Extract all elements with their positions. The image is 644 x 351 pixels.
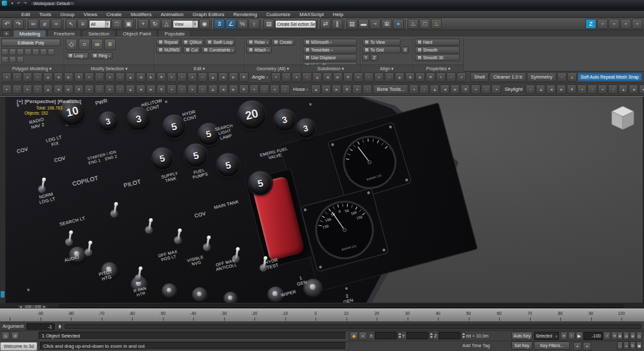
- row1-tool-icon[interactable]: ◂: [405, 72, 415, 82]
- ring-selection-icon[interactable]: ≡: [104, 39, 116, 50]
- row1-button-shell[interactable]: Shell: [470, 72, 489, 82]
- row2-tool-icon[interactable]: •: [105, 84, 115, 94]
- zoom-extents-icon[interactable]: ⊞: [630, 332, 636, 340]
- border-icon[interactable]: [17, 48, 24, 55]
- menu-group[interactable]: Group: [55, 11, 79, 18]
- row2-tool-icon[interactable]: ▾: [156, 84, 166, 94]
- row1-tool-icon[interactable]: ▸: [229, 72, 238, 82]
- row1-tool-icon[interactable]: ▴: [395, 72, 404, 82]
- row2-label-skylight[interactable]: Skylight: [502, 86, 525, 92]
- row2-tool-icon[interactable]: ▫: [198, 84, 207, 94]
- timeline-tick[interactable]: [71, 318, 71, 321]
- edge-icon[interactable]: [48, 48, 55, 55]
- tab-populate[interactable]: Populate: [158, 30, 191, 37]
- ribbon-button-to-grid[interactable]: To Grid: [362, 46, 401, 53]
- grow-selection-icon[interactable]: ◇: [66, 39, 77, 50]
- schematic-view-icon[interactable]: ⊞: [381, 19, 392, 29]
- row2-tool-icon[interactable]: ◦: [587, 84, 597, 94]
- element-icon[interactable]: [32, 48, 39, 55]
- row2-label-hose[interactable]: Hose▾: [290, 86, 310, 92]
- row2-tool-icon[interactable]: ◂: [321, 84, 331, 94]
- row2-tool-icon[interactable]: ◦: [95, 84, 104, 94]
- row1-tool-icon[interactable]: ▫: [33, 72, 43, 82]
- auto-key-button[interactable]: Auto Key: [511, 332, 533, 340]
- row2-tool-icon[interactable]: ▫: [608, 84, 618, 94]
- row2-tool-icon[interactable]: ▾: [342, 84, 352, 94]
- ribbon-button-hard[interactable]: Hard: [415, 39, 460, 46]
- timeline-tick[interactable]: [560, 318, 561, 321]
- row2-tool-icon[interactable]: ◦: [12, 84, 22, 94]
- mini-curve-editor-icon[interactable]: [1, 291, 5, 298]
- tab-object-paint[interactable]: Object Paint: [117, 30, 158, 37]
- polygon-icon[interactable]: [9, 56, 16, 63]
- row2-tool-icon[interactable]: •: [598, 84, 607, 94]
- material-editor-icon[interactable]: ●: [393, 19, 404, 29]
- argument-track[interactable]: [64, 324, 641, 329]
- ribbon-button-swift-loop[interactable]: Swift Loop: [205, 39, 235, 46]
- timeline-tick[interactable]: [316, 318, 316, 321]
- tab-selection[interactable]: Selection: [82, 30, 116, 37]
- use-center-icon[interactable]: ◉: [199, 19, 210, 29]
- row1-tool-icon[interactable]: ▪: [354, 72, 363, 82]
- ribbon-button-to-view[interactable]: To View: [362, 39, 401, 46]
- select-by-name-icon[interactable]: ≡: [77, 19, 88, 29]
- row2-tool-icon[interactable]: ▸: [450, 84, 460, 94]
- row1-button-cleaner-1-0-b[interactable]: Cleaner 1.0 b: [489, 72, 526, 82]
- orbit-icon[interactable]: ↻: [630, 341, 636, 350]
- ribbon-button-msmooth[interactable]: MSmooth▾: [303, 39, 357, 46]
- menu-rendering[interactable]: Rendering: [229, 11, 261, 18]
- ribbon-button-qslice[interactable]: QSlice: [181, 39, 204, 46]
- row2-tool-icon[interactable]: •: [187, 84, 197, 94]
- row2-tool-icon[interactable]: ▸: [229, 84, 238, 94]
- quick-redo-icon[interactable]: ↷: [22, 1, 28, 6]
- row1-tool-icon[interactable]: ▾: [426, 72, 435, 82]
- render-production-icon[interactable]: ♨: [431, 19, 442, 29]
- row2-tool-icon[interactable]: ◂: [218, 84, 228, 94]
- undo-icon[interactable]: ↶: [1, 19, 12, 29]
- row1-tool-icon[interactable]: ▪: [2, 72, 12, 82]
- row1-tool-icon[interactable]: ▸: [64, 72, 73, 82]
- row1-tool-icon[interactable]: ◦: [95, 72, 104, 82]
- timeline-tick[interactable]: [193, 318, 194, 321]
- menu-maxscript[interactable]: MAXScript: [295, 11, 328, 18]
- mute-animation-icon[interactable]: ▪: [573, 342, 582, 350]
- row2-tool-icon[interactable]: ▾: [460, 84, 470, 94]
- fov-icon[interactable]: ◇: [617, 341, 623, 350]
- row1-tool-icon[interactable]: ▾: [239, 72, 249, 82]
- menu-graph-editors[interactable]: Graph Editors: [188, 11, 229, 18]
- zoom-icon[interactable]: ⊕: [617, 332, 623, 340]
- row1-tool-icon[interactable]: ▾: [156, 72, 166, 82]
- row1-tool-icon[interactable]: ▴: [312, 72, 322, 82]
- timeline-tick[interactable]: [163, 318, 164, 321]
- ribbon-button-repeat[interactable]: Repeat: [156, 39, 180, 46]
- tab-freeform[interactable]: Freeform: [47, 30, 80, 37]
- bind-spacewarp-icon[interactable]: ≈: [51, 19, 62, 29]
- quick-undo-icon[interactable]: ↶: [15, 1, 22, 6]
- timeline-tick[interactable]: [10, 318, 10, 321]
- timeline-ruler[interactable]: -90-80-70-60-50-40-30-20-100102030405060…: [0, 308, 644, 322]
- coordinate-spinner[interactable]: [461, 332, 466, 339]
- selection-filter-lock-icon[interactable]: ◎: [1, 332, 10, 340]
- row2-tool-icon[interactable]: ▫: [526, 84, 535, 94]
- row1-tool-icon[interactable]: ▫: [302, 72, 312, 82]
- row2-tool-icon[interactable]: ▴: [618, 84, 628, 94]
- rendered-frame-window-icon[interactable]: □: [419, 19, 430, 29]
- window-crossing-icon[interactable]: ▣: [123, 19, 134, 29]
- row2-tool-icon[interactable]: ◂: [546, 84, 556, 94]
- snap-toggle-3d-icon[interactable]: 3: [214, 19, 225, 29]
- ribbon-button-create[interactable]: Create: [271, 39, 295, 46]
- align-icon[interactable]: ∥: [332, 19, 343, 29]
- ribbon-panel-title-subdiv[interactable]: Subdivision ▾: [301, 64, 360, 71]
- maximize-viewport-icon[interactable]: ▣: [636, 341, 642, 350]
- coordinate-input[interactable]: [375, 332, 397, 339]
- row2-tool-icon[interactable]: ▴: [126, 84, 135, 94]
- key-mode-dropdown[interactable]: Selected▾: [534, 332, 559, 340]
- timeline-tick[interactable]: [346, 318, 347, 321]
- argument-spinner[interactable]: [57, 323, 62, 330]
- add-time-tag[interactable]: Add Time Tag: [462, 343, 490, 348]
- ribbon-button-x[interactable]: X: [401, 46, 409, 53]
- row1-tool-icon[interactable]: •: [292, 72, 301, 82]
- row2-tool-icon[interactable]: ▫: [419, 84, 429, 94]
- coordinate-input[interactable]: [439, 332, 460, 339]
- element-icon[interactable]: [17, 56, 24, 63]
